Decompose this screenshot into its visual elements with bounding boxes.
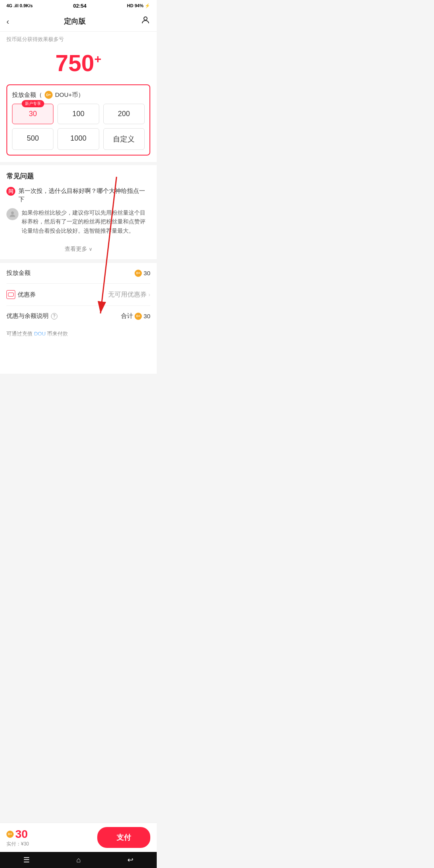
amount-value-200: 200: [118, 110, 130, 118]
status-right: HD 94% ⚡: [127, 3, 150, 8]
status-left: 4G .ill 0.9K/s: [6, 3, 33, 8]
total-row: 优惠与余额说明 ? 合计 D+ 30: [6, 306, 150, 326]
coupon-icon: [6, 290, 15, 299]
help-icon[interactable]: ?: [51, 313, 57, 319]
chevron-down-icon: ∨: [89, 246, 92, 252]
amount-summary-row: 投放金额 D+ 30: [6, 263, 150, 284]
scroll-content: 投币延分获得效果极多亏 750+ 投放金额（ D+ DOU+币） 新户专享 30…: [0, 32, 157, 374]
total-label: 优惠与余额说明 ?: [6, 312, 57, 320]
faq-answer-text: 如果你粉丝比较少，建议你可以先用粉丝量这个目标养粉，然后有了一定的粉丝再把粉丝量…: [22, 208, 150, 235]
divider-1: [0, 162, 157, 165]
nav-bar: ‹ 定向版: [0, 11, 157, 32]
svg-point-1: [11, 211, 14, 214]
amount-summary-value: D+ 30: [135, 270, 150, 277]
amount-summary-label: 投放金额: [6, 269, 31, 277]
sub-header-text: 投币延分获得效果极多亏: [6, 36, 64, 42]
faq-question-text: 第一次投，选什么目标好啊？哪个大神给指点一下: [18, 186, 150, 203]
faq-question-row: 问 第一次投，选什么目标好啊？哪个大神给指点一下: [6, 186, 150, 203]
status-bar: 4G .ill 0.9K/s 02:54 HD 94% ⚡: [0, 0, 157, 11]
dou-link[interactable]: DOU: [34, 331, 46, 337]
user-icon[interactable]: [141, 15, 150, 27]
coupon-label: 优惠券: [6, 290, 36, 299]
total-value: 合计 D+ 30: [121, 312, 150, 320]
total-dou-icon: D+: [135, 313, 142, 320]
faq-section: 常见问题 问 第一次投，选什么目标好啊？哪个大神给指点一下 如果你粉丝比较少，建…: [0, 165, 157, 259]
answer-avatar: [6, 208, 18, 220]
amount-option-30[interactable]: 新户专享 30: [12, 104, 53, 124]
new-user-badge: 新户专享: [22, 100, 44, 107]
summary-section: 投放金额 D+ 30 优惠券 无可用优惠券 › 优惠与余额说明 ?: [0, 262, 157, 326]
amount-option-500[interactable]: 500: [12, 128, 53, 150]
blurred-text-section: 可通过充值 DOU 币来付款: [0, 326, 157, 338]
svg-point-0: [144, 17, 147, 20]
amount-option-100[interactable]: 100: [57, 104, 99, 124]
amount-value-1000: 1000: [70, 134, 86, 142]
amount-grid: 新户专享 30 100 200 500 1000 自定义: [12, 104, 145, 150]
dou-coin-sm-icon: D+: [135, 270, 142, 277]
bottom-spacer: [0, 338, 157, 374]
faq-answer-row: 如果你粉丝比较少，建议你可以先用粉丝量这个目标养粉，然后有了一定的粉丝再把粉丝量…: [6, 208, 150, 235]
faq-title: 常见问题: [6, 172, 150, 181]
coupon-row[interactable]: 优惠券 无可用优惠券 ›: [6, 284, 150, 306]
question-badge: 问: [6, 187, 15, 196]
amount-selection-box: 投放金额（ D+ DOU+币） 新户专享 30 100 200 500 1000…: [6, 84, 150, 156]
sub-header: 投币延分获得效果极多亏: [0, 32, 157, 45]
amount-value-100: 100: [72, 110, 84, 118]
amount-value-500: 500: [27, 134, 39, 142]
divider-2: [0, 259, 157, 262]
status-time: 02:54: [73, 3, 86, 9]
big-number-value: 750+: [55, 50, 101, 76]
page-title: 定向版: [64, 16, 86, 26]
amount-option-custom[interactable]: 自定义: [103, 128, 145, 150]
amount-label: 投放金额（ D+ DOU+币）: [12, 91, 145, 99]
view-more-button[interactable]: 查看更多 ∨: [6, 240, 150, 259]
amount-option-1000[interactable]: 1000: [57, 128, 99, 150]
amount-option-200[interactable]: 200: [103, 104, 145, 124]
big-number-display: 750+: [0, 45, 157, 84]
coupon-value: 无可用优惠券 ›: [108, 291, 150, 299]
coupon-icon-inner: [8, 293, 14, 297]
chevron-right-icon: ›: [148, 291, 150, 298]
amount-value-30: 30: [29, 110, 37, 118]
back-button[interactable]: ‹: [6, 17, 9, 26]
dou-coin-icon: D+: [45, 91, 53, 99]
amount-value-custom: 自定义: [113, 135, 135, 143]
